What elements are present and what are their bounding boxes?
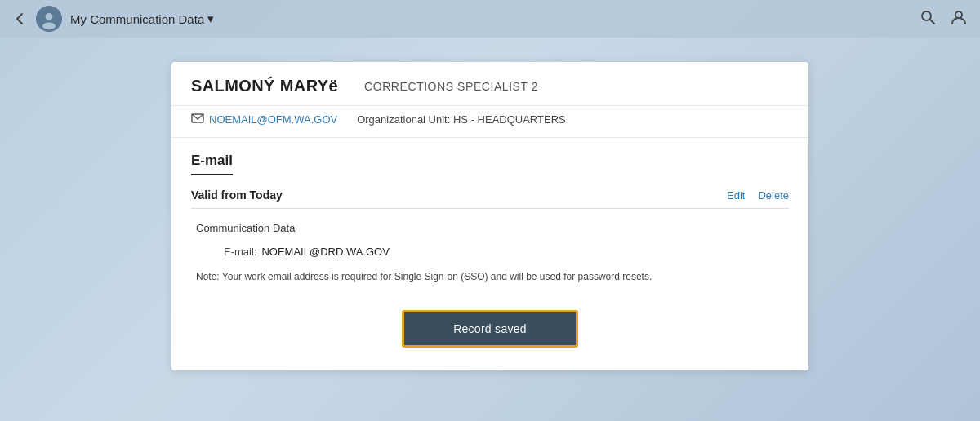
org-unit: Organizational Unit: HS - HEADQUARTERS [357,113,566,126]
employee-email-link[interactable]: NOEMAIL@OFM.WA.GOV [209,113,337,126]
record-saved-button[interactable]: Record saved [402,310,578,348]
email-data-row: E-mail: NOEMAIL@DRD.WA.GOV [191,242,789,263]
topbar-right [920,9,967,29]
employee-header: SALMONÝ MARYë CORRECTIONS SPECIALIST 2 [172,62,808,106]
back-button[interactable] [13,11,28,26]
main-area: SALMONÝ MARYë CORRECTIONS SPECIALIST 2 N… [0,38,980,421]
sso-note: Note: Your work email address is require… [191,263,789,297]
app-title-text: My Communication Data [70,12,204,26]
svg-point-5 [956,11,962,18]
delete-link[interactable]: Delete [758,189,789,202]
avatar [36,6,62,32]
org-unit-label: Organizational Unit: [357,113,450,126]
content-card: SALMONÝ MARYë CORRECTIONS SPECIALIST 2 N… [172,62,808,370]
email-section: E-mail Valid from Today Edit Delete Comm… [172,138,808,297]
svg-point-2 [42,22,56,29]
search-icon[interactable] [920,9,936,29]
svg-point-1 [46,13,53,20]
comm-data-label: Communication Data [191,219,789,242]
employee-name: SALMONÝ MARYë [191,77,338,95]
topbar: My Communication Data ▾ [0,0,980,38]
edit-link[interactable]: Edit [727,189,745,202]
user-icon[interactable] [951,9,967,29]
email-data-key: E-mail: [224,246,256,258]
envelope-icon [191,113,204,126]
org-unit-value: HS - HEADQUARTERS [453,113,566,126]
svg-point-3 [922,11,931,20]
employee-sub: NOEMAIL@OFM.WA.GOV Organizational Unit: … [172,106,808,138]
action-links: Edit Delete [727,189,789,202]
section-title: E-mail [191,153,233,175]
app-title: My Communication Data ▾ [70,11,214,26]
employee-title: CORRECTIONS SPECIALIST 2 [364,80,538,93]
valid-row: Valid from Today Edit Delete [191,188,789,209]
svg-line-4 [930,20,934,24]
email-data-value: NOEMAIL@DRD.WA.GOV [261,246,389,258]
topbar-left: My Communication Data ▾ [13,6,214,32]
dropdown-icon[interactable]: ▾ [207,11,214,26]
valid-from-label: Valid from Today [191,188,283,202]
email-link-row: NOEMAIL@OFM.WA.GOV [191,113,337,126]
button-area: Record saved [172,297,808,370]
